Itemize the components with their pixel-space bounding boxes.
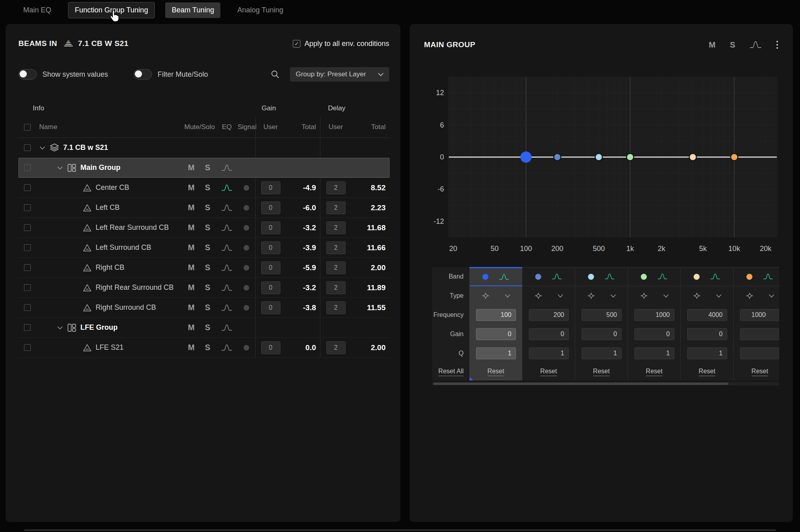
band-selector-cell[interactable] — [628, 267, 680, 286]
mute-button[interactable]: M — [709, 40, 716, 50]
row-mute-button[interactable]: M — [183, 303, 199, 312]
eq-band-point[interactable] — [520, 151, 532, 163]
eq-curve-icon[interactable] — [221, 243, 232, 252]
gain-user-input[interactable]: 0 — [261, 341, 280, 354]
delay-user-input[interactable]: 2 — [326, 261, 346, 274]
band-selector-cell[interactable] — [470, 267, 522, 286]
eq-band-point[interactable] — [731, 153, 738, 161]
gain-user-input[interactable]: 0 — [261, 261, 280, 274]
eq-curve-icon[interactable] — [221, 323, 232, 332]
table-row[interactable]: LFE GroupMS — [18, 318, 390, 338]
eq-curve-icon[interactable] — [221, 183, 232, 192]
delay-user-input[interactable]: 2 — [326, 181, 346, 194]
row-solo-button[interactable]: S — [199, 283, 216, 292]
eq-frequency-chart[interactable]: 1260-6-1220501002005001k2k5k10k20k — [432, 74, 779, 262]
eq-curve-icon[interactable] — [221, 263, 232, 272]
row-checkbox[interactable] — [24, 344, 31, 351]
table-row[interactable]: LFE S21MS00.022.00 — [18, 338, 390, 358]
band-q-input[interactable] — [740, 347, 780, 359]
band-frequency-input[interactable]: 100 — [476, 309, 516, 321]
scrollbar-thumb[interactable] — [433, 383, 728, 385]
band-column-1[interactable]: 10001Reset — [469, 267, 522, 381]
band-type-dropdown[interactable] — [734, 286, 779, 305]
band-reset-button[interactable]: Reset — [752, 368, 768, 376]
band-gain-input[interactable]: 0 — [529, 328, 569, 340]
eq-curve-icon[interactable] — [604, 273, 615, 281]
band-table-scrollbar[interactable] — [432, 382, 779, 385]
row-checkbox[interactable] — [24, 284, 31, 291]
table-row[interactable]: Left Surround CBMS0-3.9211.66 — [18, 238, 390, 258]
table-row[interactable]: Center CBMS0-4.928.52 — [18, 178, 390, 198]
row-mute-button[interactable]: M — [183, 183, 199, 192]
eq-band-point[interactable] — [626, 153, 634, 161]
toggle-filter-mute-solo[interactable] — [134, 69, 152, 80]
group-by-dropdown[interactable]: Group by: Preset Layer — [290, 67, 389, 82]
band-q-input[interactable]: 1 — [687, 347, 727, 359]
band-frequency-input[interactable]: 10000 — [740, 309, 780, 321]
eq-curve-icon[interactable] — [750, 40, 762, 50]
row-checkbox[interactable] — [24, 144, 31, 151]
row-checkbox[interactable] — [24, 264, 31, 271]
select-all-checkbox[interactable] — [24, 124, 31, 131]
row-checkbox[interactable] — [24, 224, 31, 231]
eq-curve-icon[interactable] — [221, 223, 232, 232]
row-solo-button[interactable]: S — [199, 163, 216, 172]
row-solo-button[interactable]: S — [199, 263, 216, 272]
gain-user-input[interactable]: 0 — [261, 301, 280, 314]
eq-curve-icon[interactable] — [221, 163, 232, 172]
table-row[interactable]: Right CBMS0-5.922.00 — [18, 258, 390, 278]
table-row[interactable]: Left CBMS0-6.022.23 — [18, 198, 390, 218]
eq-band-point[interactable] — [689, 153, 696, 161]
band-column-5[interactable]: 400001Reset — [680, 267, 733, 381]
band-column-4[interactable]: 100001Reset — [628, 267, 680, 381]
table-row[interactable]: Right Surround CBMS0-3.8211.55 — [18, 298, 390, 318]
row-mute-button[interactable]: M — [183, 343, 199, 352]
band-q-input[interactable]: 1 — [634, 347, 674, 359]
band-q-input[interactable]: 1 — [476, 347, 516, 359]
row-mute-button[interactable]: M — [183, 323, 199, 332]
row-checkbox[interactable] — [24, 304, 31, 311]
search-icon[interactable] — [271, 70, 280, 79]
band-reset-button[interactable]: Reset — [488, 368, 504, 376]
row-checkbox[interactable] — [24, 244, 31, 251]
row-mute-button[interactable]: M — [183, 203, 199, 212]
reset-all-button[interactable]: Reset All — [438, 368, 464, 376]
band-type-dropdown[interactable] — [575, 286, 628, 305]
band-type-dropdown[interactable] — [681, 286, 733, 305]
band-type-dropdown[interactable] — [470, 286, 522, 305]
band-selector-cell[interactable] — [575, 267, 628, 286]
chevron-down-icon[interactable] — [57, 326, 63, 330]
band-gain-input[interactable]: 0 — [634, 328, 674, 340]
band-reset-button[interactable]: Reset — [646, 368, 663, 376]
row-solo-button[interactable]: S — [199, 243, 216, 252]
band-gain-input[interactable]: 0 — [582, 328, 622, 340]
eq-band-point[interactable] — [595, 153, 602, 161]
eq-curve-icon[interactable] — [763, 273, 773, 281]
band-frequency-input[interactable]: 4000 — [687, 309, 727, 321]
gain-user-input[interactable]: 0 — [261, 241, 280, 254]
row-checkbox[interactable] — [24, 204, 31, 211]
row-mute-button[interactable]: M — [183, 243, 199, 252]
delay-user-input[interactable]: 2 — [326, 201, 346, 214]
delay-user-input[interactable]: 2 — [326, 301, 346, 314]
band-selector-cell[interactable] — [522, 267, 575, 286]
eq-curve-icon[interactable] — [499, 273, 509, 281]
solo-button[interactable]: S — [730, 40, 735, 50]
gain-user-input[interactable]: 0 — [261, 181, 280, 194]
eq-band-point[interactable] — [554, 153, 561, 161]
row-mute-button[interactable]: M — [183, 163, 199, 172]
row-checkbox[interactable] — [24, 184, 31, 191]
band-type-dropdown[interactable] — [522, 286, 575, 305]
chevron-down-icon[interactable] — [57, 166, 63, 170]
row-checkbox[interactable] — [24, 164, 31, 171]
row-mute-button[interactable]: M — [183, 223, 199, 232]
eq-curve-icon[interactable] — [552, 273, 562, 281]
eq-curve-icon[interactable] — [221, 283, 232, 292]
nav-tab-main-eq[interactable]: Main EQ — [17, 2, 58, 18]
band-gain-input[interactable]: 0 — [687, 328, 727, 340]
band-selector-cell[interactable] — [681, 267, 733, 286]
row-checkbox[interactable] — [24, 324, 31, 331]
band-gain-input[interactable] — [740, 328, 780, 340]
delay-user-input[interactable]: 2 — [326, 341, 346, 354]
eq-curve-icon[interactable] — [657, 273, 668, 281]
